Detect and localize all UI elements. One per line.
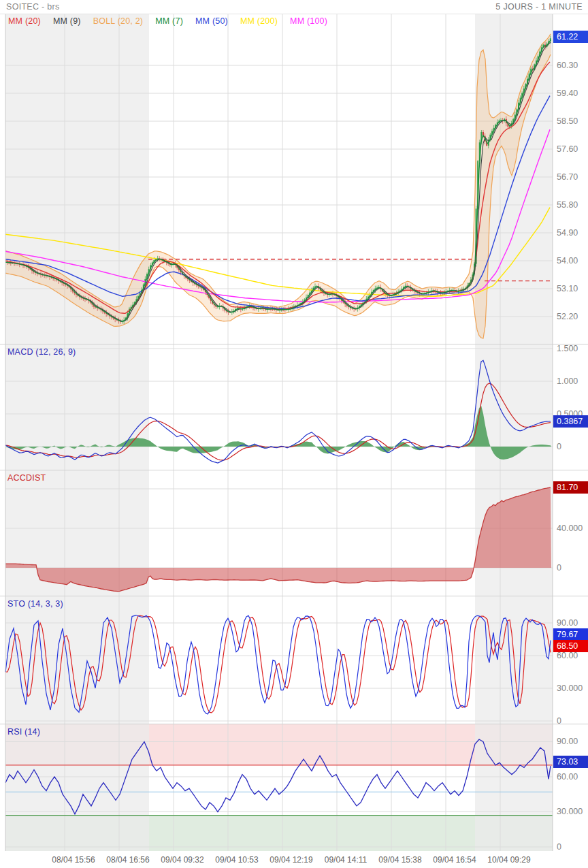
y-tick-label: 53.10 — [557, 283, 578, 294]
legend-item[interactable]: MM (7) — [155, 16, 183, 26]
accdist-panel[interactable]: ACCDIST 80.0040.000081.70 — [0, 470, 588, 596]
x-tick-label: 08/04 15:56 — [52, 855, 95, 865]
legend-item[interactable]: BOLL (20, 2) — [93, 16, 144, 26]
last-value-badge: 81.70 — [553, 481, 588, 494]
y-tick-label: 0 — [557, 716, 561, 726]
y-tick-label: 1.500 — [557, 343, 578, 354]
last-value-badge: 0.3867 — [553, 415, 588, 428]
accdist-indicator-label: ACCDIST — [7, 473, 46, 483]
stochastic-panel[interactable]: STO (14, 3, 3) 90.0060.0030.000079.6768.… — [0, 596, 588, 724]
x-tick-label: 09/04 09:32 — [161, 855, 203, 865]
last-value-badge: 79.67 — [553, 628, 588, 641]
y-tick-label: 30.000 — [557, 683, 583, 694]
y-tick-label: 52.20 — [557, 311, 578, 322]
indicator-legend: MM (20)MM (9)BOLL (20, 2)MM (7)MM (50)MM… — [8, 16, 327, 26]
session-band — [5, 596, 149, 724]
y-tick-label: 90.00 — [557, 736, 578, 747]
macd-indicator-label: MACD (12, 26, 9) — [7, 347, 76, 357]
x-tick-label: 09/04 16:54 — [433, 855, 476, 865]
last-value-badge: 61.22 — [553, 31, 588, 43]
legend-item[interactable]: MM (9) — [53, 16, 81, 26]
y-tick-label: 58.50 — [557, 116, 578, 127]
y-tick-label: 60.30 — [557, 60, 578, 71]
rsi-indicator-label: RSI (14) — [7, 727, 40, 737]
y-tick-label: 60.00 — [557, 771, 578, 782]
timeframe-label: 5 JOURS - 1 MINUTE — [495, 2, 583, 12]
y-tick-label: 59.40 — [557, 88, 578, 99]
session-band — [475, 724, 553, 852]
y-tick-label: 0 — [557, 441, 561, 452]
x-tick-label: 09/04 10:53 — [215, 855, 258, 865]
x-tick-label: 10/04 09:29 — [487, 855, 530, 865]
x-tick-label: 08/04 16:56 — [106, 855, 149, 865]
legend-item[interactable]: MM (50) — [195, 16, 228, 26]
legend-item[interactable]: MM (20) — [8, 16, 41, 26]
title-bar: SOITEC - brs 5 JOURS - 1 MINUTE — [0, 0, 588, 14]
rsi-panel[interactable]: RSI (14) 90.0060.0030.000073.03 — [0, 724, 588, 851]
legend-item[interactable]: MM (200) — [240, 16, 278, 26]
instrument-title: SOITEC - brs — [6, 2, 60, 12]
legend-item[interactable]: MM (100) — [290, 16, 327, 26]
y-tick-label: 57.60 — [557, 144, 578, 155]
last-value-badge: 68.50 — [553, 640, 588, 652]
x-tick-label: 09/04 14:11 — [325, 855, 368, 865]
macd-panel[interactable]: MACD (12, 26, 9) 1.5001.0000.500000.3867 — [0, 344, 588, 470]
last-value-badge: 73.03 — [553, 756, 588, 768]
session-band — [5, 724, 149, 852]
y-tick-label: 90.00 — [557, 617, 578, 628]
price-chart-panel[interactable]: 60.3059.4058.5057.6056.7055.8054.9054.00… — [0, 14, 588, 344]
x-tick-label: 09/04 12:19 — [270, 855, 312, 865]
y-tick-label: 56.70 — [557, 172, 578, 182]
y-tick-label: 0 — [557, 562, 561, 573]
x-tick-label: 09/04 15:38 — [378, 855, 421, 865]
y-tick-label: 0 — [557, 841, 561, 852]
y-tick-label: 54.00 — [557, 255, 578, 266]
y-tick-label: 40.000 — [557, 523, 583, 534]
y-tick-label: 1.000 — [557, 376, 578, 387]
trading-chart-app: SOITEC - brs 5 JOURS - 1 MINUTE MM (20)M… — [0, 0, 588, 868]
y-tick-label: 55.80 — [557, 199, 578, 210]
y-tick-label: 54.90 — [557, 227, 578, 238]
time-axis: 08/04 15:5608/04 16:5609/04 09:3209/04 1… — [0, 851, 588, 868]
y-tick-label: 30.000 — [557, 806, 583, 817]
stochastic-indicator-label: STO (14, 3, 3) — [7, 599, 63, 609]
